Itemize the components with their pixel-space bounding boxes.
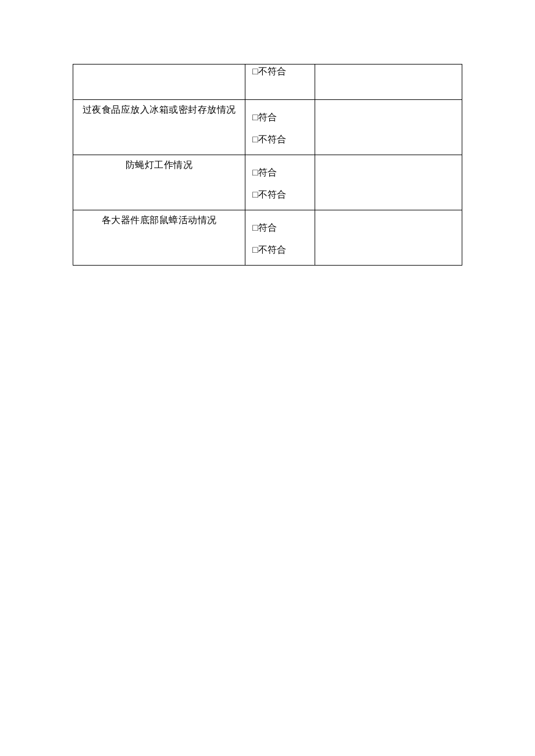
checkbox-nonconform[interactable]: □不符合 bbox=[252, 67, 315, 76]
inspection-table: □不符合 过夜食品应放入冰箱或密封存放情况 □符合 □不符合 防蝇灯工作情况 bbox=[73, 64, 462, 266]
remark-cell bbox=[315, 155, 462, 210]
checkbox-nonconform[interactable]: □不符合 bbox=[252, 245, 315, 255]
item-cell: 各大器件底部鼠蟑活动情况 bbox=[73, 210, 245, 266]
status-cell: □符合 □不符合 bbox=[245, 100, 315, 155]
table-row: □不符合 bbox=[73, 65, 462, 100]
remark-cell bbox=[315, 65, 462, 100]
status-cell: □不符合 bbox=[245, 65, 315, 100]
table-row: 过夜食品应放入冰箱或密封存放情况 □符合 □不符合 bbox=[73, 100, 462, 155]
item-label: 各大器件底部鼠蟑活动情况 bbox=[73, 210, 245, 227]
item-cell bbox=[73, 65, 245, 100]
item-label: 过夜食品应放入冰箱或密封存放情况 bbox=[73, 100, 245, 116]
status-cell: □符合 □不符合 bbox=[245, 210, 315, 266]
table-row: 各大器件底部鼠蟑活动情况 □符合 □不符合 bbox=[73, 210, 462, 266]
remark-cell bbox=[315, 100, 462, 155]
remark-cell bbox=[315, 210, 462, 266]
checkbox-conform[interactable]: □符合 bbox=[252, 168, 315, 177]
table-row: 防蝇灯工作情况 □符合 □不符合 bbox=[73, 155, 462, 210]
checkbox-conform[interactable]: □符合 bbox=[252, 113, 315, 122]
checkbox-conform[interactable]: □符合 bbox=[252, 223, 315, 232]
status-cell: □符合 □不符合 bbox=[245, 155, 315, 210]
item-cell: 防蝇灯工作情况 bbox=[73, 155, 245, 210]
checkbox-nonconform[interactable]: □不符合 bbox=[252, 135, 315, 144]
item-label: 防蝇灯工作情况 bbox=[73, 155, 245, 171]
item-cell: 过夜食品应放入冰箱或密封存放情况 bbox=[73, 100, 245, 155]
checkbox-nonconform[interactable]: □不符合 bbox=[252, 190, 315, 199]
item-label bbox=[73, 65, 245, 68]
